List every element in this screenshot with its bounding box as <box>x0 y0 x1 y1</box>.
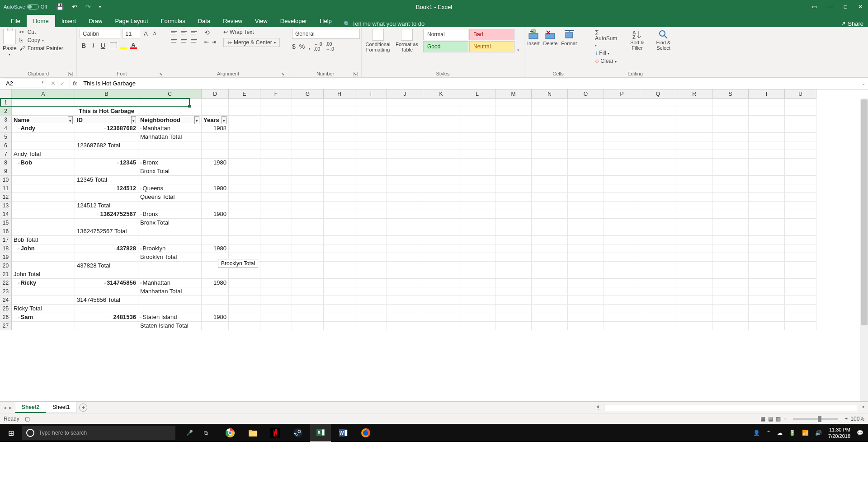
cell[interactable] <box>324 184 355 193</box>
cell[interactable] <box>785 124 816 133</box>
row-header[interactable]: 17 <box>0 236 12 244</box>
align-left-icon[interactable] <box>170 37 178 44</box>
cell[interactable] <box>292 244 324 253</box>
battery-icon[interactable]: 🔋 <box>789 430 796 436</box>
collapse-icon[interactable]: ▫ <box>18 281 20 286</box>
format-cells-button[interactable]: Format <box>561 29 577 46</box>
copy-button[interactable]: ⎘Copy▾ <box>19 37 63 43</box>
cell[interactable] <box>260 296 292 305</box>
cell[interactable] <box>676 167 712 176</box>
cell[interactable]: ▫Bronx <box>138 159 202 167</box>
cell[interactable] <box>749 150 785 159</box>
cell[interactable] <box>568 150 604 159</box>
cell[interactable] <box>568 270 604 279</box>
cell[interactable] <box>568 141 604 150</box>
row-header[interactable]: 10 <box>0 176 12 184</box>
collapse-icon[interactable]: ▫ <box>140 186 142 191</box>
cell[interactable]: ▫314745856 <box>75 279 138 287</box>
filter-dropdown-icon[interactable]: ▾ <box>131 116 136 124</box>
cell[interactable] <box>712 167 749 176</box>
cell[interactable] <box>532 124 568 133</box>
autosave-toggle[interactable]: AutoSave Off <box>4 4 47 9</box>
cell[interactable] <box>604 262 640 270</box>
cell[interactable] <box>532 133 568 141</box>
cell[interactable]: ▫Manhattan <box>138 279 202 287</box>
row-header[interactable]: 27 <box>0 322 12 330</box>
cell[interactable] <box>495 313 532 322</box>
cell[interactable] <box>292 184 324 193</box>
cell[interactable] <box>138 236 202 244</box>
cell[interactable] <box>423 124 459 133</box>
cell[interactable] <box>495 244 532 253</box>
cell[interactable] <box>75 193 138 202</box>
cell[interactable] <box>749 227 785 236</box>
cell[interactable] <box>229 202 260 210</box>
cell[interactable] <box>459 227 495 236</box>
cell[interactable]: ▫Bob <box>12 159 75 167</box>
cell[interactable]: Ricky Total <box>12 305 75 313</box>
cell[interactable] <box>712 322 749 330</box>
cell[interactable] <box>532 236 568 244</box>
cell[interactable] <box>676 253 712 262</box>
cell[interactable] <box>568 296 604 305</box>
cell[interactable] <box>75 150 138 159</box>
column-header[interactable]: O <box>568 89 604 99</box>
cell[interactable] <box>423 116 459 124</box>
row-header[interactable]: 20 <box>0 262 12 270</box>
cell[interactable] <box>604 167 640 176</box>
task-view-icon[interactable]: ⧉ <box>198 430 213 436</box>
cell[interactable] <box>202 107 229 116</box>
column-header[interactable]: J <box>387 89 423 99</box>
cell[interactable]: ▫Brooklyn <box>138 244 202 253</box>
cell[interactable] <box>459 210 495 219</box>
paste-button[interactable]: Paste ▾ <box>3 29 17 56</box>
cell[interactable] <box>568 99 604 107</box>
row-header[interactable]: 16 <box>0 227 12 236</box>
vertical-scrollbar[interactable] <box>860 99 868 401</box>
cell[interactable] <box>604 159 640 167</box>
cell[interactable] <box>260 210 292 219</box>
cell[interactable] <box>355 219 387 227</box>
cell[interactable] <box>229 141 260 150</box>
collapse-icon[interactable]: ▫ <box>18 315 20 320</box>
row-header[interactable]: 21 <box>0 270 12 279</box>
cell[interactable] <box>324 210 355 219</box>
cell[interactable] <box>568 159 604 167</box>
collapse-icon[interactable]: ▫ <box>104 126 106 131</box>
cell[interactable]: ▫Queens <box>138 184 202 193</box>
cell[interactable] <box>423 227 459 236</box>
cell[interactable] <box>260 253 292 262</box>
cell[interactable] <box>495 202 532 210</box>
cell[interactable]: Neighborhood▾ <box>138 116 202 124</box>
cell[interactable] <box>423 253 459 262</box>
cell[interactable] <box>324 236 355 244</box>
cell[interactable] <box>459 150 495 159</box>
cell[interactable] <box>260 150 292 159</box>
cell[interactable] <box>202 176 229 184</box>
cell[interactable] <box>712 184 749 193</box>
cell[interactable] <box>423 322 459 330</box>
cell[interactable] <box>604 116 640 124</box>
cell[interactable] <box>532 279 568 287</box>
column-header[interactable]: H <box>324 89 355 99</box>
column-header[interactable]: B <box>75 89 138 99</box>
style-normal[interactable]: Normal <box>423 29 468 40</box>
cell[interactable] <box>229 167 260 176</box>
cell[interactable] <box>495 193 532 202</box>
collapse-icon[interactable]: ▫ <box>111 315 113 320</box>
cell[interactable] <box>459 313 495 322</box>
redo-icon[interactable]: ↷ <box>85 3 91 10</box>
cell[interactable]: Andy Total <box>12 150 75 159</box>
cell[interactable] <box>202 133 229 141</box>
cell[interactable] <box>292 107 324 116</box>
cell[interactable] <box>712 253 749 262</box>
cell[interactable] <box>749 287 785 296</box>
cell[interactable]: 1988 <box>202 124 229 133</box>
row-header[interactable]: 15 <box>0 219 12 227</box>
cell[interactable] <box>749 99 785 107</box>
cell[interactable] <box>712 99 749 107</box>
find-select-button[interactable]: Find & Select <box>651 29 675 64</box>
cell[interactable] <box>355 296 387 305</box>
start-button[interactable]: ⊞ <box>0 429 22 437</box>
cell[interactable]: ▫John <box>12 244 75 253</box>
